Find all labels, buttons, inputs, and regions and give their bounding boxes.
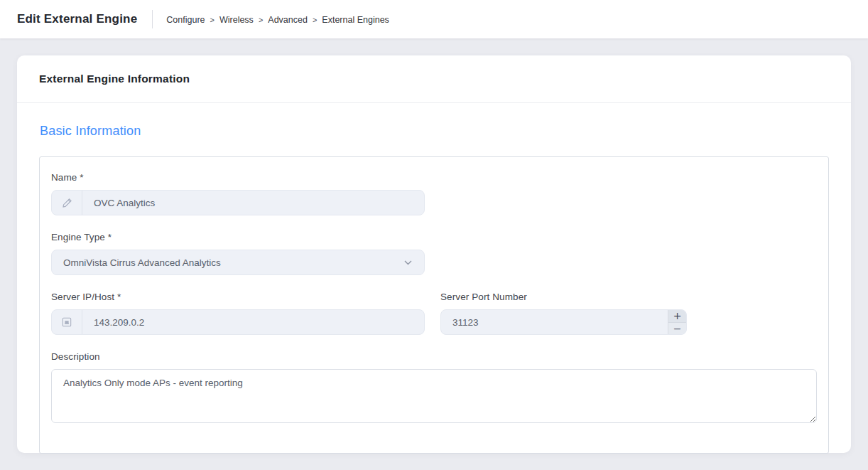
description-textarea[interactable]: Analytics Only mode APs - event reportin…: [51, 369, 817, 423]
card-body: Basic Information Name *: [17, 103, 851, 470]
server-port-field-group: Server Port Number + −: [440, 292, 687, 335]
breadcrumb-item-advanced[interactable]: Advanced: [268, 15, 308, 25]
breadcrumb-separator: >: [210, 16, 215, 24]
description-label: Description: [51, 351, 817, 362]
server-port-input[interactable]: [441, 310, 668, 334]
engine-type-field-group: Engine Type * OmniVista Cirrus Advanced …: [51, 232, 817, 275]
page-title: Edit External Engine: [17, 12, 137, 26]
name-input[interactable]: [82, 191, 424, 215]
name-label: Name *: [51, 172, 817, 183]
server-ip-field-group: Server IP/Host *: [51, 292, 425, 335]
breadcrumb-separator: >: [259, 16, 263, 24]
external-engine-card: External Engine Information Basic Inform…: [17, 55, 851, 453]
engine-type-select[interactable]: OmniVista Cirrus Advanced Analytics: [51, 250, 425, 275]
server-port-label: Server Port Number: [440, 292, 687, 302]
host-icon: [52, 310, 82, 334]
breadcrumb-item-configure[interactable]: Configure: [166, 15, 205, 25]
breadcrumb-separator: >: [313, 16, 317, 24]
page-content: External Engine Information Basic Inform…: [0, 38, 868, 470]
server-port-field: + −: [440, 309, 687, 335]
server-ip-input[interactable]: [82, 310, 424, 334]
increment-button[interactable]: +: [668, 310, 686, 323]
breadcrumb: Configure > Wireless > Advanced > Extern…: [166, 14, 389, 25]
name-field: [51, 190, 425, 215]
card-header: External Engine Information: [17, 55, 851, 103]
section-title-basic-information: Basic Information: [40, 124, 829, 139]
engine-type-selected-value: OmniVista Cirrus Advanced Analytics: [52, 257, 398, 268]
description-field-group: Description Analytics Only mode APs - ev…: [51, 351, 817, 423]
chevron-down-icon: [404, 260, 412, 265]
basic-information-panel: Name * Engine Type *: [39, 156, 829, 454]
breadcrumb-item-external-engines[interactable]: External Engines: [322, 15, 389, 25]
decrement-button[interactable]: −: [668, 323, 686, 335]
name-field-group: Name *: [51, 172, 817, 215]
top-bar: Edit External Engine Configure > Wireles…: [0, 0, 868, 38]
server-row: Server IP/Host *: [51, 292, 817, 335]
server-ip-label: Server IP/Host *: [51, 292, 425, 302]
breadcrumb-item-wireless[interactable]: Wireless: [219, 15, 254, 25]
card-title: External Engine Information: [39, 73, 190, 85]
pencil-icon: [52, 191, 82, 215]
server-ip-field: [51, 309, 425, 335]
engine-type-label: Engine Type *: [51, 232, 817, 242]
port-spinner: + −: [668, 310, 686, 334]
title-breadcrumb-divider: [152, 10, 153, 28]
